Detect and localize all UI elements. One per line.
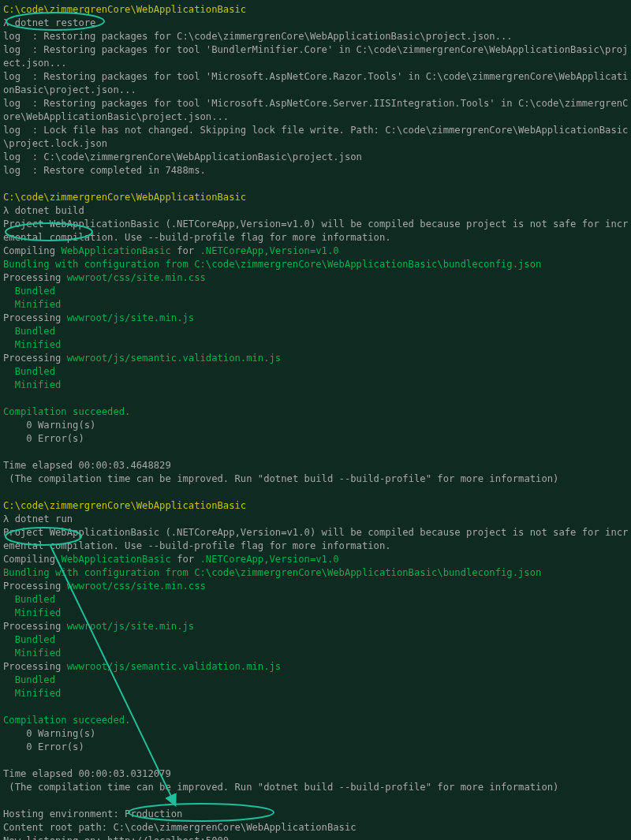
command-dotnet-run: dotnet run	[15, 513, 73, 525]
command-dotnet-build: dotnet build	[15, 205, 84, 216]
command-dotnet-restore: dotnet restore	[15, 17, 96, 28]
terminal-output: C:\code\zimmergrenCore\WebApplicationBas…	[0, 0, 631, 840]
